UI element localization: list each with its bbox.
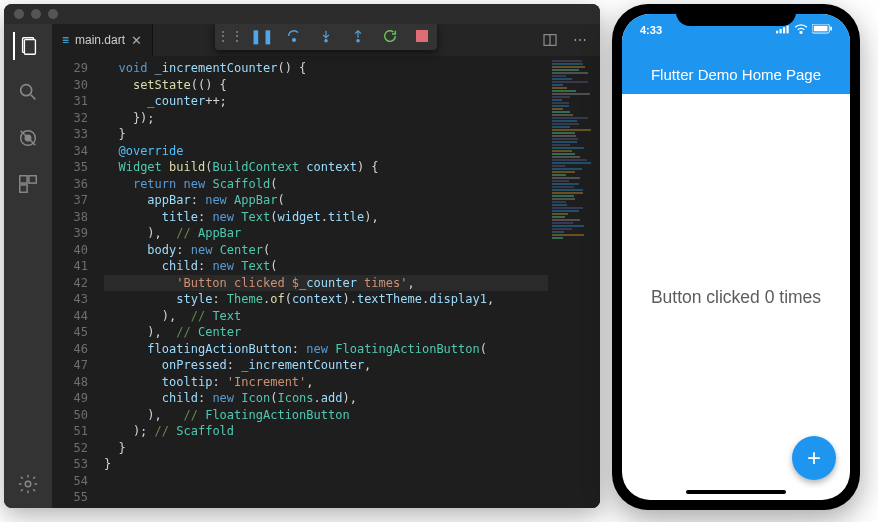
settings-gear-icon[interactable] [14,470,42,498]
search-icon[interactable] [14,78,42,106]
counter-text: Button clicked 0 times [651,287,821,308]
vscode-window: ≡ main.dart ✕ ⋮⋮ ❚❚ [4,4,600,508]
svg-rect-19 [776,31,778,34]
svg-rect-22 [787,26,789,34]
minimize-window-button[interactable] [31,9,41,19]
hot-reload-button[interactable] [379,25,401,47]
svg-point-2 [21,85,32,96]
step-into-button[interactable] [315,25,337,47]
app-bar-title: Flutter Demo Home Page [651,66,821,83]
svg-point-23 [800,31,802,33]
flutter-file-icon: ≡ [62,33,69,47]
code-area[interactable]: 2930313233343536373839404142434445464748… [52,56,600,508]
step-over-button[interactable] [283,25,305,47]
svg-point-6 [25,135,31,141]
svg-point-11 [293,39,296,42]
svg-rect-1 [24,40,35,55]
stop-button[interactable] [411,25,433,47]
debug-icon[interactable] [14,124,42,152]
svg-rect-25 [814,26,828,31]
editor-body: ≡ main.dart ✕ ⋮⋮ ❚❚ [4,24,600,508]
floating-action-button[interactable]: + [792,436,836,480]
tab-actions: ⋯ [540,30,600,50]
app-bar: Flutter Demo Home Page [622,54,850,94]
minimap[interactable] [548,56,600,508]
svg-rect-16 [416,30,428,42]
battery-icon [812,24,832,34]
tab-bar: ≡ main.dart ✕ ⋮⋮ ❚❚ [52,24,600,56]
wifi-icon [794,24,808,34]
svg-rect-21 [783,27,785,33]
explorer-icon[interactable] [13,32,41,60]
iphone-simulator: 4:33 Flutter Demo Home Page Button click… [612,4,860,510]
svg-rect-20 [780,29,782,33]
window-controls [14,9,58,19]
phone-screen: 4:33 Flutter Demo Home Page Button click… [622,14,850,500]
main-editor: ≡ main.dart ✕ ⋮⋮ ❚❚ [52,24,600,508]
svg-line-3 [31,95,36,100]
code-content[interactable]: void _incrementCounter() { setState(() {… [104,56,548,508]
more-actions-icon[interactable]: ⋯ [570,30,590,50]
split-editor-icon[interactable] [540,30,560,50]
svg-point-13 [325,40,327,42]
drag-handle-icon[interactable]: ⋮⋮ [219,25,241,47]
step-out-button[interactable] [347,25,369,47]
phone-body: Button clicked 0 times + [622,94,850,500]
maximize-window-button[interactable] [48,9,58,19]
svg-point-15 [357,40,359,42]
svg-rect-7 [20,176,27,183]
status-time: 4:33 [640,24,662,36]
activity-bar [4,24,52,508]
tab-filename: main.dart [75,33,125,47]
line-gutter: 2930313233343536373839404142434445464748… [52,56,104,508]
svg-point-10 [25,481,31,487]
pause-button[interactable]: ❚❚ [251,25,273,47]
extensions-icon[interactable] [14,170,42,198]
home-indicator[interactable] [686,490,786,494]
svg-rect-8 [29,176,36,183]
svg-rect-26 [830,27,832,31]
close-window-button[interactable] [14,9,24,19]
title-bar[interactable] [4,4,600,24]
debug-toolbar[interactable]: ⋮⋮ ❚❚ [215,24,437,50]
svg-rect-9 [20,185,27,192]
tab-close-icon[interactable]: ✕ [131,33,142,48]
plus-icon: + [807,444,821,472]
tab-main-dart[interactable]: ≡ main.dart ✕ [52,24,153,56]
notch [676,4,796,26]
